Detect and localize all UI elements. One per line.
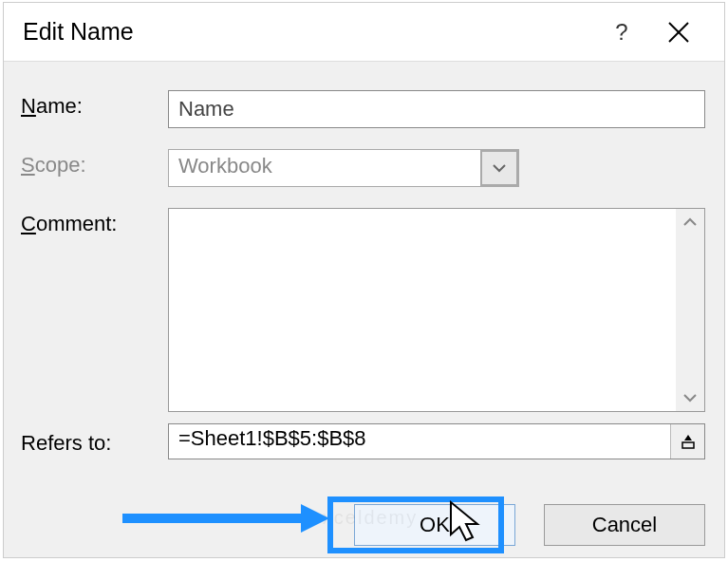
comment-label: Comment: [21, 208, 168, 236]
svg-rect-2 [682, 442, 694, 448]
dialog-body: Name: Scope: Workbook Comment: [4, 62, 724, 459]
comment-input[interactable] [168, 208, 705, 412]
close-icon [666, 20, 691, 45]
svg-marker-3 [684, 435, 692, 440]
name-row: Name: [21, 90, 705, 128]
refers-to-input-wrap: =Sheet1!$B$5:$B$8 [168, 423, 705, 459]
scroll-down-icon [682, 392, 698, 403]
scope-select: Workbook [168, 149, 519, 187]
close-button[interactable] [650, 20, 707, 45]
svg-marker-5 [301, 504, 329, 533]
callout-arrow-icon [122, 502, 331, 534]
refers-to-input[interactable]: =Sheet1!$B$5:$B$8 [169, 424, 670, 459]
scope-label: Scope: [21, 149, 168, 178]
scope-value: Workbook [169, 150, 480, 186]
help-button[interactable]: ? [593, 19, 650, 46]
edit-name-dialog: Edit Name ? Name: Scope: Workbook [3, 2, 725, 558]
comment-scrollbar[interactable] [676, 209, 704, 411]
scope-dropdown-button [480, 150, 518, 186]
ok-button[interactable]: OK [354, 504, 515, 546]
range-selector-icon [680, 433, 697, 450]
name-input[interactable] [168, 90, 705, 128]
scroll-up-icon [682, 216, 698, 228]
refers-to-row: Refers to: =Sheet1!$B$5:$B$8 [21, 423, 705, 459]
collapse-dialog-button[interactable] [670, 424, 704, 459]
dialog-title: Edit Name [23, 18, 593, 46]
titlebar: Edit Name ? [4, 3, 724, 62]
name-label: Name: [21, 90, 168, 119]
refers-to-label: Refers to: [21, 427, 168, 456]
chevron-down-icon [492, 163, 507, 173]
cancel-button[interactable]: Cancel [544, 504, 705, 546]
scope-row: Scope: Workbook [21, 149, 705, 187]
button-row: OK Cancel [354, 504, 705, 546]
comment-row: Comment: [21, 208, 705, 412]
